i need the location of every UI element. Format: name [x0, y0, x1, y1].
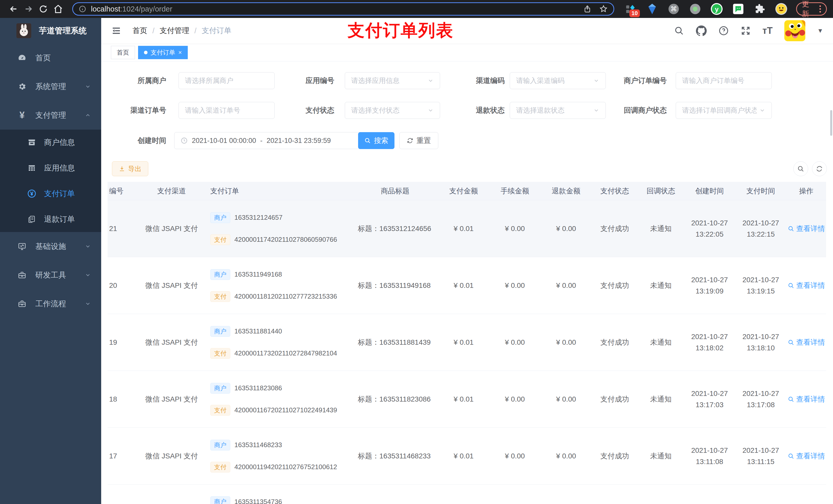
share-icon[interactable]: [583, 5, 592, 13]
pay-tag: 支付: [210, 348, 230, 359]
chevron-down-icon: [85, 272, 91, 278]
avatar[interactable]: [784, 20, 805, 41]
col-amount: 支付金额: [438, 182, 489, 200]
pay-tag: 支付: [210, 291, 230, 302]
browser-toolbar: localhost :1024/pay/order 10 ⌘ y 更新: [0, 0, 833, 18]
app-filter-select[interactable]: 请选择应用信息: [345, 72, 440, 89]
merchant-order-filter-input[interactable]: [676, 72, 772, 89]
extension-chat-icon[interactable]: [732, 3, 744, 15]
extension-gem-icon[interactable]: [646, 3, 658, 15]
help-icon[interactable]: [718, 26, 729, 36]
update-button[interactable]: 更新: [796, 2, 827, 16]
collapse-sidebar-icon[interactable]: [111, 25, 122, 36]
view-detail-link[interactable]: 查看详情: [786, 314, 826, 370]
order-id: 19: [108, 314, 137, 370]
sidebar-item-devtools[interactable]: 研发工具: [0, 261, 101, 289]
view-detail-link[interactable]: 查看详情: [786, 257, 826, 314]
fullscreen-icon[interactable]: [740, 26, 751, 36]
extension-command-icon[interactable]: ⌘: [668, 3, 680, 15]
home-icon[interactable]: [51, 2, 66, 16]
merchant-filter-label: 所属商户: [101, 72, 166, 89]
sidebar-item-app-info[interactable]: 应用信息: [0, 155, 101, 181]
tab-pay-order[interactable]: 支付订单 ×: [138, 46, 188, 59]
pay-order-cell: 商户1635311823086 支付4200001167202110271022…: [206, 371, 352, 427]
chevron-down-icon: [428, 107, 434, 114]
breadcrumb-current: 支付订单: [201, 26, 231, 36]
extension-y-icon[interactable]: y: [711, 3, 723, 15]
view-detail-link[interactable]: 查看详情: [786, 371, 826, 427]
reload-icon[interactable]: [36, 2, 51, 16]
pay-status-filter-select[interactable]: 请选择支付状态: [345, 102, 440, 119]
search-icon[interactable]: [674, 26, 684, 36]
callback-status-filter-select[interactable]: 请选择订单回调商户状态: [676, 102, 772, 119]
tab-home[interactable]: 首页: [111, 46, 135, 59]
show-search-toggle-button[interactable]: [793, 161, 808, 176]
app-logo[interactable]: 芋道管理系统: [0, 18, 101, 44]
reset-button[interactable]: 重置: [399, 132, 438, 149]
view-detail-link[interactable]: 查看详情: [786, 200, 826, 257]
pay-channel: 微信 JSAPI 支付: [137, 257, 206, 314]
browser-menu-icon[interactable]: [819, 5, 821, 13]
sidebar-item-pay-order[interactable]: 支付订单: [0, 181, 101, 207]
sidebar-item-home[interactable]: 首页: [0, 44, 101, 72]
extension-emoji-icon[interactable]: [775, 3, 787, 15]
search-button[interactable]: 搜索: [358, 132, 395, 149]
view-detail-link[interactable]: 查看详情: [786, 428, 826, 484]
pay-status: 支付成功: [592, 200, 638, 257]
url-path: :1024/pay/order: [120, 5, 172, 13]
font-size-icon[interactable]: ᴛT: [763, 25, 773, 36]
merchant-tag: 商户: [210, 496, 230, 504]
page-scrollbar[interactable]: [830, 110, 832, 136]
address-bar[interactable]: localhost :1024/pay/order: [72, 2, 614, 16]
extension-tabs-icon[interactable]: 10: [624, 3, 637, 15]
github-icon[interactable]: [696, 25, 707, 36]
order-id: 18: [108, 371, 137, 427]
merchant-tag: 商户: [210, 326, 230, 337]
fee-amount: ¥ 0.00: [489, 200, 541, 257]
breadcrumb-payment[interactable]: 支付管理: [160, 26, 189, 36]
bookmark-star-icon[interactable]: [599, 5, 608, 13]
forward-icon[interactable]: [21, 2, 36, 16]
refund-amount: ¥ 0.00: [541, 200, 592, 257]
col-notify-status: 回调状态: [638, 182, 684, 200]
content-area: 所属商户 应用编号 请选择应用信息 渠道编码 请输入渠道编码 商户订单编号 渠道…: [101, 62, 833, 504]
sidebar-item-refund-order[interactable]: 退款订单: [0, 207, 101, 232]
sidebar-item-payment[interactable]: ¥ 支付管理: [0, 101, 101, 129]
refund-amount: ¥ 0.00: [541, 428, 592, 484]
export-button[interactable]: 导出: [112, 161, 148, 176]
refresh-table-button[interactable]: [812, 161, 827, 176]
site-info-icon[interactable]: [79, 5, 86, 13]
sidebar-item-infra[interactable]: 基础设施: [0, 232, 101, 261]
channel-order-filter-label: 渠道订单号: [101, 102, 166, 119]
sidebar-item-merchant-info[interactable]: 商户信息: [0, 129, 101, 155]
col-actions: 操作: [786, 182, 826, 200]
create-time-range-picker[interactable]: 2021-10-01 00:00:00 - 2021-10-31 23:59:5…: [174, 132, 365, 149]
extensions-row: 10 ⌘ y: [624, 3, 787, 15]
pay-amount: ¥ 0.01: [438, 428, 489, 484]
col-pay-time: 支付时间: [735, 182, 786, 200]
notify-status: 未通知: [638, 200, 684, 257]
merchant-order-no: 1635311354736: [234, 498, 282, 504]
extensions-puzzle-icon[interactable]: [754, 3, 766, 15]
sidebar-item-system[interactable]: 系统管理: [0, 72, 101, 101]
col-fee: 手续金额: [489, 182, 541, 200]
extension-record-icon[interactable]: [689, 3, 701, 15]
avatar-caret-icon[interactable]: ▼: [817, 27, 823, 34]
refund-status-filter-label: 退款状态: [434, 102, 505, 119]
chevron-down-icon: [85, 83, 91, 90]
pay-amount: ¥ 0.01: [438, 371, 489, 427]
breadcrumb-home[interactable]: 首页: [133, 26, 147, 36]
back-icon[interactable]: [6, 2, 21, 16]
table-row: 21 微信 JSAPI 支付 商户1635312124657 支付4200001…: [108, 200, 826, 257]
create-time: 2021-10-2713:17:03: [684, 371, 735, 427]
app-filter-label: 应用编号: [255, 72, 334, 89]
close-tab-icon[interactable]: ×: [178, 49, 182, 56]
chevron-up-icon: [85, 112, 91, 118]
extension-badge: 10: [629, 9, 640, 17]
pay-order-cell: 商户1635312124657 支付4200001174202110278060…: [206, 200, 352, 257]
toolbox-icon: [16, 271, 28, 280]
breadcrumb: 首页 / 支付管理 / 支付订单: [133, 26, 231, 36]
sidebar-item-workflow[interactable]: 工作流程: [0, 289, 101, 318]
order-id: 21: [108, 200, 137, 257]
date-end: 2021-10-31 23:59:59: [267, 137, 331, 145]
